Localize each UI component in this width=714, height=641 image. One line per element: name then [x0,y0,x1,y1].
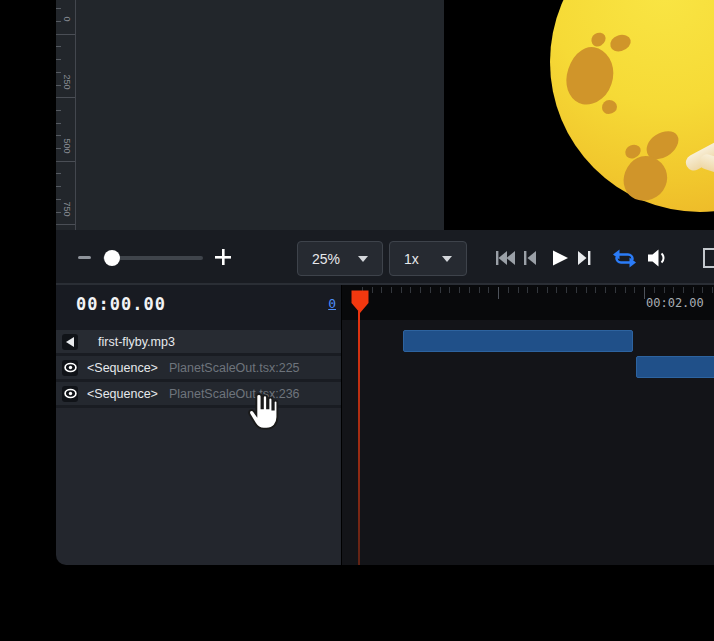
time-ruler-label: 00:02.00 [646,296,704,310]
playback-rate-value: 1x [404,251,419,267]
time-ruler-minor-tick [576,287,577,293]
video-editor-app: 0250500750 25% 1x [0,0,714,641]
current-frame-link[interactable]: 0 [328,296,336,311]
time-ruler-minor-tick [615,287,616,293]
composition-canvas[interactable] [444,0,714,230]
zoom-level-dropdown[interactable]: 25% [297,241,383,276]
timeline-tracks-area[interactable]: 00:02.00 [342,285,714,565]
ruler-minor-tick [56,199,61,200]
in-point-bracket-icon[interactable] [703,248,714,268]
time-ruler-minor-tick [595,287,596,293]
track-row-audio[interactable]: first-flyby.mp3 [56,330,341,356]
speaker-icon[interactable] [62,334,78,350]
time-ruler-minor-tick [420,287,421,293]
track-name: <Sequence> [87,387,158,401]
playhead-line[interactable] [358,311,360,565]
ruler-minor-tick [56,212,61,213]
ruler-major-line [56,161,75,162]
previous-frame-icon[interactable] [523,249,537,267]
track-source-path: PlanetScaleOut.tsx:225 [169,361,300,375]
chevron-down-icon [358,256,368,262]
ruler-major-line [56,224,75,225]
track-row-sequence[interactable]: <Sequence> PlanetScaleOut.tsx:225 [56,356,341,382]
time-ruler[interactable]: 00:02.00 [342,285,714,320]
timeline-header: 00:00.00 0 [56,285,341,330]
playhead-marker[interactable] [351,290,369,314]
volume-icon[interactable] [646,248,668,268]
chevron-down-icon [442,256,452,262]
track-row-sequence[interactable]: <Sequence> PlanetScaleOut.tsx:236 [56,382,341,408]
skip-to-start-icon[interactable] [495,249,515,267]
time-ruler-minor-tick [430,287,431,293]
time-ruler-minor-tick [664,287,665,293]
time-ruler-minor-tick [625,287,626,293]
zoom-level-value: 25% [312,251,340,267]
time-ruler-minor-tick [508,287,509,293]
time-ruler-minor-tick [401,287,402,293]
time-ruler-minor-tick [372,287,373,293]
current-timecode: 00:00.00 [76,294,166,314]
ruler-label: 500 [60,137,74,155]
track-name: first-flyby.mp3 [98,335,175,349]
ruler-minor-tick [56,110,61,111]
time-ruler-minor-tick [479,287,480,293]
time-ruler-minor-tick [556,287,557,293]
time-ruler-major-tick [498,287,499,299]
time-ruler-minor-tick [488,287,489,293]
preview-outside-canvas [76,0,444,230]
time-ruler-minor-tick [654,287,655,293]
loop-icon[interactable] [611,248,638,269]
ruler-major-line [56,34,75,35]
ruler-minor-tick [56,123,61,124]
track-rows: first-flyby.mp3 <Sequence> PlanetScaleOu… [56,330,341,408]
time-ruler-minor-tick [702,287,703,293]
zoom-in-plus-icon[interactable] [214,248,232,266]
time-ruler-minor-tick [547,287,548,293]
ruler-minor-tick [56,21,61,22]
time-ruler-minor-tick [410,287,411,293]
time-ruler-minor-tick [391,287,392,293]
ruler-minor-tick [56,59,61,60]
time-ruler-minor-tick [586,287,587,293]
ruler-minor-tick [56,46,61,47]
ruler-minor-tick [56,135,61,136]
time-ruler-minor-tick [566,287,567,293]
time-ruler-minor-tick [469,287,470,293]
zoom-slider-knob[interactable] [104,250,120,266]
ruler-major-line [56,97,75,98]
ruler-minor-tick [56,8,61,9]
time-ruler-minor-tick [381,287,382,293]
time-ruler-minor-tick [449,287,450,293]
track-name: <Sequence> [87,361,158,375]
clip-bar[interactable] [403,330,633,352]
playback-rate-dropdown[interactable]: 1x [389,241,467,276]
track-list-panel: 00:00.00 0 first-flyby.mp3 <Sequence> Pl… [56,285,341,565]
ruler-label: 0 [60,10,74,28]
ruler-minor-tick [56,85,61,86]
ruler-label: 250 [60,73,74,91]
time-ruler-major-tick [644,287,645,299]
time-ruler-minor-tick [712,287,713,293]
time-ruler-minor-tick [683,287,684,293]
ruler-minor-tick [56,72,61,73]
time-ruler-minor-tick [693,287,694,293]
ruler-minor-tick [56,148,61,149]
time-ruler-minor-tick [459,287,460,293]
next-frame-icon[interactable] [577,249,593,267]
cursor-pointer [246,392,280,430]
time-ruler-minor-tick [527,287,528,293]
time-ruler-minor-tick [518,287,519,293]
eye-icon[interactable] [62,360,78,376]
ruler-minor-tick [56,173,61,174]
ruler-minor-tick [56,186,61,187]
eye-icon[interactable] [62,386,78,402]
clip-bar[interactable] [636,356,714,378]
time-ruler-minor-tick [537,287,538,293]
zoom-out-minus-icon[interactable] [78,256,91,259]
vertical-ruler: 0250500750 [56,0,76,230]
play-icon[interactable] [551,249,569,267]
time-ruler-minor-tick [605,287,606,293]
time-ruler-minor-tick [634,287,635,293]
time-ruler-minor-tick [673,287,674,293]
ruler-label: 750 [60,200,74,218]
